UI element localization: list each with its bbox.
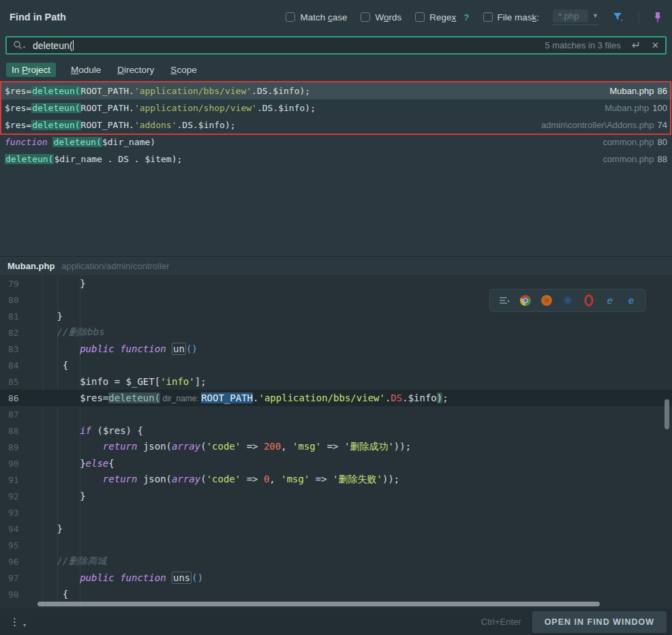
line-number: 96: [0, 557, 38, 567]
code-token: public function: [80, 343, 172, 354]
editor-line[interactable]: 87: [0, 406, 672, 422]
editor-line[interactable]: 92 }: [0, 488, 672, 504]
line-code: }: [51, 311, 63, 322]
file-mask-combo[interactable]: *.php ▼: [553, 10, 598, 25]
tab-scope[interactable]: Scope: [169, 63, 198, 77]
new-line-icon[interactable]: ↵: [632, 39, 641, 52]
editor-line[interactable]: 85 $info = $_GET['info'];: [0, 373, 672, 390]
code-token: json(: [143, 441, 172, 452]
tab-directory[interactable]: Directory: [116, 63, 155, 77]
close-icon[interactable]: ✕: [652, 40, 659, 50]
open-in-browser-toolbar: ee: [489, 289, 646, 312]
code-token: [51, 572, 80, 583]
result-location: common.php80: [602, 137, 667, 147]
editor-line[interactable]: 95: [0, 537, 672, 553]
code-token: [51, 343, 80, 354]
firefox-icon[interactable]: [540, 294, 553, 307]
tab-label: odule: [78, 65, 101, 75]
line-number: 80: [0, 295, 38, 305]
editor-line[interactable]: 89 return json(array('code' => 200, 'msg…: [0, 439, 672, 455]
more-options-icon[interactable]: ⋮▾: [5, 617, 24, 627]
tab-module[interactable]: Module: [70, 63, 102, 77]
vertical-scrollbar[interactable]: [665, 399, 669, 429]
regex-help-icon[interactable]: ?: [463, 12, 469, 22]
line-number: 87: [0, 409, 38, 420]
result-row[interactable]: $res=deleteun(ROOT_PATH.'addons'.DS.$inf…: [0, 117, 672, 134]
editor-line[interactable]: 88 if ($res) {: [0, 422, 672, 439]
chrome-icon[interactable]: [519, 294, 532, 307]
pin-icon[interactable]: [653, 12, 662, 23]
file-mask-checkbox[interactable]: File mask:: [483, 12, 540, 22]
tab-mnemonic: M: [71, 65, 78, 75]
result-row[interactable]: $res=deleteun(ROOT_PATH.'application/bbs…: [0, 82, 672, 99]
regex-checkbox[interactable]: Regex ?: [415, 12, 469, 22]
opera-icon[interactable]: [583, 294, 595, 307]
line-number: 89: [0, 442, 38, 452]
code-token: deleteun(: [108, 392, 160, 403]
result-row[interactable]: function deleteun($dir_name)common.php80: [0, 134, 672, 151]
code-token: =>: [241, 441, 264, 452]
line-number: 91: [0, 475, 38, 485]
line-code: //删除bbs: [51, 326, 105, 339]
code-token: $res=: [5, 103, 31, 113]
code-token: else: [86, 458, 109, 469]
line-code: $res=deleteun( dir_name: ROOT_PATH.'appl…: [51, 392, 448, 403]
result-file-name: Muban.php: [605, 103, 649, 113]
match-case-checkbox[interactable]: Match case: [286, 12, 347, 22]
code-token: 'code': [207, 441, 241, 452]
horizontal-scrollbar[interactable]: [37, 602, 600, 606]
editor-line[interactable]: 96 //删除商城: [0, 553, 672, 570]
editor-line[interactable]: 86 $res=deleteun( dir_name: ROOT_PATH.'a…: [0, 390, 672, 406]
code-token: ): [437, 392, 442, 403]
dialog-title: Find in Path: [10, 12, 66, 22]
open-in-find-window-button[interactable]: OPEN IN FIND WINDOW: [532, 611, 667, 633]
code-token: ROOT_PATH.: [81, 103, 134, 113]
code-token: 'addons': [134, 120, 177, 130]
result-row[interactable]: deleteun($dir_name . DS . $item);common.…: [0, 151, 672, 168]
editor-line[interactable]: 93: [0, 504, 672, 521]
code-token: 'application/bbs/view': [134, 86, 251, 96]
tab-in-project[interactable]: In Project: [6, 63, 56, 77]
search-input[interactable]: deleteun(: [33, 40, 72, 51]
code-token: return: [103, 474, 143, 484]
words-checkbox[interactable]: Words: [361, 12, 401, 22]
code-token: uns: [172, 572, 192, 584]
code-token: ;: [442, 392, 448, 403]
editor-line[interactable]: 91 return json(array('code' => 0, 'msg' …: [0, 471, 672, 488]
code-token: ];: [195, 376, 207, 387]
dark-browser-icon[interactable]: [562, 294, 574, 307]
code-token: $res=: [5, 86, 31, 96]
editor-line[interactable]: 84 {: [0, 357, 672, 373]
filter-funnel-icon[interactable]: [612, 12, 625, 23]
result-row[interactable]: $res=deleteun(ROOT_PATH.'application/sho…: [0, 99, 672, 117]
preview-lines-icon[interactable]: [498, 294, 510, 307]
result-location: common.php88: [602, 154, 667, 164]
search-field[interactable]: deleteun( 5 matches in 3 files ↵ ✕: [5, 36, 667, 55]
editor-line[interactable]: 90 }else{: [0, 455, 672, 471]
code-token: array: [172, 474, 200, 484]
code-token: {: [51, 589, 68, 600]
code-token: 'msg': [292, 441, 321, 452]
line-code: {: [51, 360, 68, 371]
editor-line[interactable]: 82 //删除bbs: [0, 324, 672, 341]
edge-icon[interactable]: e: [625, 294, 637, 307]
code-token: 'msg': [281, 474, 309, 484]
svg-text:e: e: [628, 294, 634, 306]
result-line-number: 80: [658, 137, 667, 147]
code-token: ,: [269, 474, 281, 484]
editor-line[interactable]: 97 public function uns(): [0, 570, 672, 586]
code-token: ROOT_PATH.: [81, 120, 134, 130]
editor-line[interactable]: 83 public function un(): [0, 341, 672, 357]
line-code: {: [51, 589, 68, 600]
tab-label: roject: [28, 65, 50, 75]
line-number: 93: [0, 508, 38, 518]
file-mask-value[interactable]: *.php: [553, 10, 588, 22]
code-token: =>: [241, 474, 264, 484]
editor-line[interactable]: 98 {: [0, 586, 672, 602]
ie-icon[interactable]: e: [604, 294, 616, 307]
editor-line[interactable]: 94 }: [0, 521, 672, 537]
result-file-name: Muban.php: [609, 86, 654, 96]
code-preview[interactable]: 79 }8081 }82 //删除bbs83 public function u…: [0, 275, 672, 608]
search-icon[interactable]: [13, 40, 27, 50]
chevron-down-icon[interactable]: ▼: [592, 12, 598, 19]
